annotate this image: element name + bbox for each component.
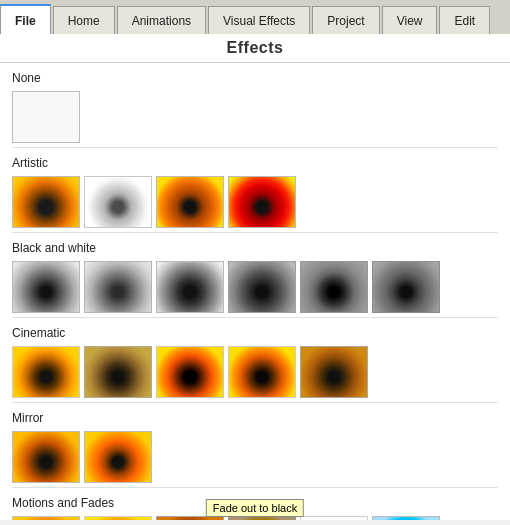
effect-mf-6[interactable] [372,516,440,520]
tab-bar: File Home Animations Visual Effects Proj… [0,0,510,34]
tab-animations[interactable]: Animations [117,6,206,34]
effect-bw-6[interactable] [372,261,440,313]
artistic-thumbnails [12,176,498,228]
effect-mf-1[interactable] [12,516,80,520]
effects-content: None Artistic Black and white Cinematic … [0,63,510,520]
mirror-thumbnails [12,431,498,483]
effect-mf-5[interactable] [300,516,368,520]
effect-mirror-1[interactable] [12,431,80,483]
tab-file[interactable]: File [0,4,51,34]
tab-home[interactable]: Home [53,6,115,34]
effects-title: Effects [0,34,510,63]
effect-bw-2[interactable] [84,261,152,313]
section-mirror-label: Mirror [12,411,498,425]
tab-visual-effects[interactable]: Visual Effects [208,6,310,34]
effect-artistic-1[interactable] [12,176,80,228]
cinematic-thumbnails [12,346,498,398]
effect-cine-3[interactable] [156,346,224,398]
section-none-label: None [12,71,498,85]
section-artistic-label: Artistic [12,156,498,170]
effect-artistic-2[interactable] [84,176,152,228]
effect-cine-5[interactable] [300,346,368,398]
section-bw-label: Black and white [12,241,498,255]
effect-bw-3[interactable] [156,261,224,313]
section-motions-label: Motions and Fades [12,496,498,510]
tab-edit[interactable]: Edit [439,6,490,34]
effect-bw-4[interactable] [228,261,296,313]
tab-project[interactable]: Project [312,6,379,34]
effect-cine-2[interactable] [84,346,152,398]
effect-none[interactable] [12,91,80,143]
motions-thumbnails [12,516,498,520]
effect-bw-5[interactable] [300,261,368,313]
effect-cine-4[interactable] [228,346,296,398]
none-thumbnails [12,91,498,143]
effect-mf-2[interactable] [84,516,152,520]
effect-bw-1[interactable] [12,261,80,313]
effect-mf-4[interactable] [228,516,296,520]
tab-view[interactable]: View [382,6,438,34]
section-cinematic-label: Cinematic [12,326,498,340]
effect-mirror-2[interactable] [84,431,152,483]
effect-mf-3[interactable] [156,516,224,520]
effect-cine-1[interactable] [12,346,80,398]
effect-artistic-4[interactable] [228,176,296,228]
bw-thumbnails [12,261,498,313]
effect-artistic-3[interactable] [156,176,224,228]
